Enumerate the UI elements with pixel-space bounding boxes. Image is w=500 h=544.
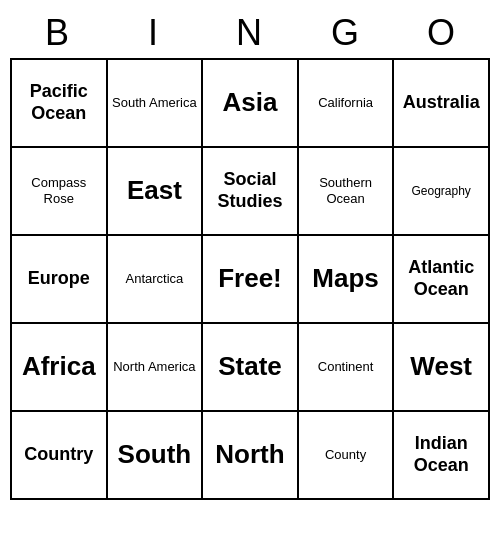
cell-r0-c1: South America [108, 60, 204, 148]
cell-r1-c1: East [108, 148, 204, 236]
cell-r1-c2: Social Studies [203, 148, 299, 236]
cell-r1-c4: Geography [394, 148, 490, 236]
cell-r1-c3: Southern Ocean [299, 148, 395, 236]
cell-r0-c2: Asia [203, 60, 299, 148]
cell-r4-c3: County [299, 412, 395, 500]
header-letter-I: I [106, 8, 202, 58]
cell-r0-c4: Australia [394, 60, 490, 148]
bingo-grid: Pacific OceanSouth AmericaAsiaCalifornia… [10, 58, 490, 500]
bingo-card: BINGO Pacific OceanSouth AmericaAsiaCali… [10, 8, 490, 500]
header-letter-G: G [298, 8, 394, 58]
cell-r4-c0: Country [12, 412, 108, 500]
cell-r3-c2: State [203, 324, 299, 412]
cell-r3-c4: West [394, 324, 490, 412]
cell-r2-c2: Free! [203, 236, 299, 324]
cell-r4-c2: North [203, 412, 299, 500]
cell-r2-c1: Antarctica [108, 236, 204, 324]
header-letter-B: B [10, 8, 106, 58]
cell-r2-c0: Europe [12, 236, 108, 324]
cell-r1-c0: Compass Rose [12, 148, 108, 236]
cell-r4-c1: South [108, 412, 204, 500]
cell-r3-c3: Continent [299, 324, 395, 412]
header-letter-N: N [202, 8, 298, 58]
cell-r0-c3: California [299, 60, 395, 148]
header-letter-O: O [394, 8, 490, 58]
cell-r2-c3: Maps [299, 236, 395, 324]
bingo-header: BINGO [10, 8, 490, 58]
cell-r2-c4: Atlantic Ocean [394, 236, 490, 324]
cell-r3-c1: North America [108, 324, 204, 412]
cell-r0-c0: Pacific Ocean [12, 60, 108, 148]
cell-r3-c0: Africa [12, 324, 108, 412]
cell-r4-c4: Indian Ocean [394, 412, 490, 500]
